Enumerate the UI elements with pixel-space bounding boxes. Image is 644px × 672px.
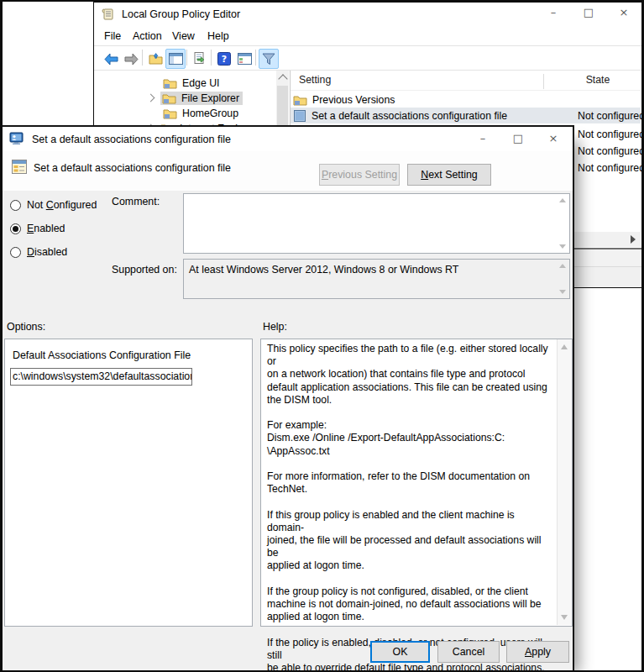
- ok-button[interactable]: OK: [370, 641, 430, 663]
- header-underline: [291, 90, 641, 91]
- gpedit-caption-buttons: – □ ×: [544, 6, 633, 18]
- folder-icon: [163, 108, 177, 119]
- minimize-icon[interactable]: –: [474, 132, 492, 144]
- next-setting-button[interactable]: Next Setting: [407, 164, 491, 186]
- apply-button[interactable]: Apply: [506, 641, 569, 663]
- radio-not-configured[interactable]: Not Configured: [10, 199, 97, 211]
- folder-icon: [162, 92, 176, 104]
- radio-circle-icon[interactable]: [10, 223, 21, 234]
- menu-bar: File Action View Help: [94, 26, 641, 46]
- scroll-down-icon[interactable]: [559, 244, 566, 249]
- policy-dialog: Set a default associations configuration…: [0, 125, 574, 672]
- supported-on-box: At least Windows Server 2012, Windows 8 …: [183, 259, 570, 299]
- scroll-up-icon[interactable]: [559, 264, 566, 268]
- dialog-heading: Set a default associations configuration…: [34, 162, 231, 174]
- column-divider[interactable]: [543, 74, 544, 89]
- menu-help[interactable]: Help: [204, 29, 233, 44]
- state-value: Not configured: [578, 129, 644, 140]
- previous-setting-button[interactable]: Previous Setting: [319, 164, 400, 186]
- radio-circle-icon[interactable]: [10, 247, 21, 258]
- export-list-icon[interactable]: [190, 49, 210, 69]
- help-scrollbar[interactable]: [557, 339, 572, 625]
- gpedit-titlebar: Local Group Policy Editor – □ ×: [94, 3, 641, 26]
- help-label: Help:: [263, 321, 287, 333]
- dialog-caption-buttons: – □ ×: [474, 132, 563, 144]
- list-row-set-default-associations[interactable]: Set a default associations configuration…: [291, 108, 641, 123]
- maximize-icon[interactable]: □: [509, 132, 527, 144]
- adm-template-icon: [12, 160, 27, 177]
- close-icon[interactable]: ×: [544, 132, 563, 144]
- scroll-up-icon[interactable]: [276, 71, 289, 84]
- chevron-right-icon[interactable]: [147, 94, 155, 102]
- dialog-titlebar: Set a default associations configuration…: [2, 127, 573, 151]
- menu-view[interactable]: View: [169, 29, 198, 44]
- close-icon[interactable]: ×: [615, 6, 633, 18]
- tree-item-edge-ui[interactable]: Edge UI: [163, 76, 219, 90]
- scroll-down-icon[interactable]: [559, 290, 566, 294]
- back-icon[interactable]: [101, 49, 121, 69]
- scroll-down-icon[interactable]: [561, 615, 568, 620]
- new-window-icon[interactable]: [234, 49, 254, 69]
- associations-file-input[interactable]: c:\windows\system32\defaultassociatior: [10, 368, 192, 386]
- frame-border: [0, 0, 3, 672]
- toolbar: ?: [94, 46, 641, 71]
- help-panel: This policy specifies the path to a file…: [260, 339, 573, 627]
- help-icon[interactable]: ?: [214, 49, 234, 69]
- svg-text:?: ?: [222, 54, 227, 65]
- gpedit-app-icon: [102, 8, 115, 24]
- show-console-tree-icon[interactable]: [165, 49, 186, 69]
- dialog-heading-band: Set a default associations configuration…: [2, 151, 573, 191]
- help-text: This policy specifies the path to a file…: [267, 343, 551, 672]
- policy-setting-icon: [294, 110, 306, 122]
- menu-file[interactable]: File: [101, 29, 124, 44]
- list-row-previous-versions[interactable]: Previous Versions: [291, 92, 641, 108]
- comment-label: Comment:: [112, 196, 160, 207]
- forward-icon[interactable]: [121, 49, 141, 69]
- screenshot-canvas: Local Group Policy Editor – □ × File Act…: [0, 0, 644, 672]
- scroll-up-icon[interactable]: [559, 198, 566, 202]
- radio-enabled[interactable]: Enabled: [10, 223, 65, 234]
- group-policy-icon: [9, 132, 24, 149]
- column-header-setting[interactable]: Setting: [299, 74, 331, 86]
- toolbar-separator: [186, 50, 187, 66]
- menu-action[interactable]: Action: [129, 29, 165, 44]
- options-label: Options:: [7, 321, 45, 333]
- radio-disabled[interactable]: Disabled: [10, 246, 67, 258]
- filter-icon[interactable]: [259, 49, 279, 69]
- state-value: Not configured: [578, 145, 644, 157]
- toolbar-separator: [211, 50, 212, 66]
- option-field-label: Default Associations Configuration File: [13, 349, 191, 361]
- gpedit-window-title: Local Group Policy Editor: [122, 8, 240, 20]
- tree-item-homegroup[interactable]: HomeGroup: [163, 106, 238, 120]
- options-panel: Default Associations Configuration File …: [4, 339, 253, 627]
- toolbar-separator: [255, 50, 256, 66]
- toolbar-separator: [142, 50, 143, 66]
- dialog-title: Set a default associations configuration…: [32, 134, 231, 145]
- state-value: Not configured: [578, 110, 644, 122]
- cancel-button[interactable]: Cancel: [437, 641, 500, 663]
- minimize-icon[interactable]: –: [544, 6, 563, 18]
- folder-icon: [163, 77, 177, 89]
- scroll-up-icon[interactable]: [561, 344, 568, 349]
- tree-item-file-explorer[interactable]: File Explorer: [148, 91, 243, 105]
- comment-textarea[interactable]: [183, 193, 570, 254]
- frame-border: [0, 0, 644, 2]
- folder-icon: [293, 94, 307, 106]
- up-one-level-icon[interactable]: [145, 49, 165, 69]
- scroll-right-icon[interactable]: [626, 234, 639, 245]
- radio-circle-icon[interactable]: [10, 200, 21, 211]
- column-header-state[interactable]: State: [564, 74, 631, 86]
- state-value: Not configured: [578, 162, 644, 174]
- supported-on-label: Supported on:: [112, 264, 177, 276]
- maximize-icon[interactable]: □: [579, 6, 598, 18]
